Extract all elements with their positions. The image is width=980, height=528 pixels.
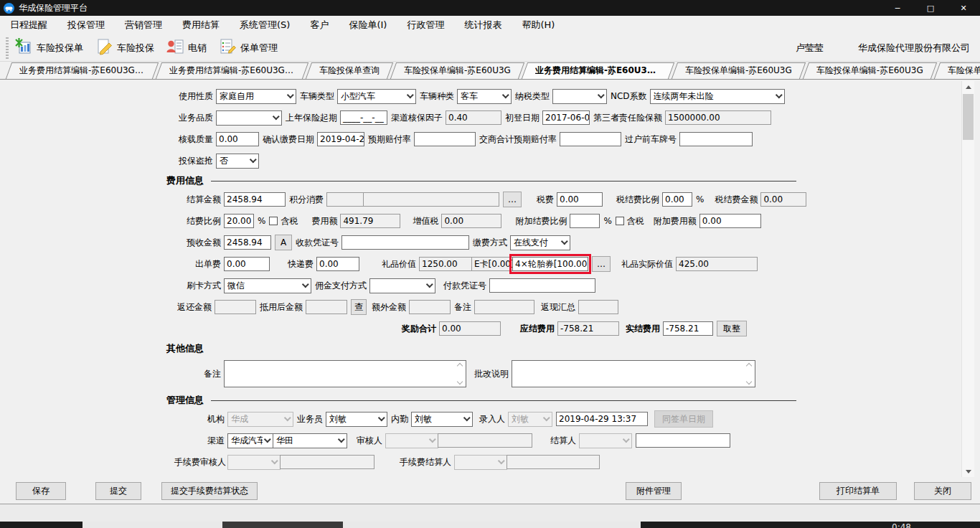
menu-item-3[interactable]: 营销管理 (115, 19, 172, 32)
last-year-policy-start-input[interactable]: ____-__-__ (340, 110, 387, 125)
field-label: 抵用后金额 (260, 301, 303, 314)
check-button[interactable]: 查 (351, 299, 367, 315)
menu-item-9[interactable]: 统计报表 (454, 19, 512, 32)
close-page-button[interactable]: 关闭 (914, 482, 971, 500)
fee-settler-select (454, 455, 507, 470)
gift-browse-button[interactable]: … (592, 256, 611, 272)
business-quality-select[interactable] (216, 110, 282, 126)
card-pay-method-select[interactable]: 微信 (224, 278, 311, 293)
total-expected-loss-ratio-input[interactable] (560, 132, 621, 146)
entry-person-select: 刘敏 (508, 412, 552, 427)
insure-edit-icon (95, 37, 113, 58)
settler-name-input[interactable] (636, 433, 730, 448)
other-info-section-title: 其他信息 (166, 342, 796, 355)
amount-a-button[interactable]: A (275, 235, 292, 250)
tab-5[interactable]: 业务费用结算编辑-苏E60U3G|L... (524, 62, 672, 79)
remark-textarea[interactable] (224, 360, 466, 387)
field-label: 税费 (537, 194, 554, 206)
field-label: 佣金支付方式 (315, 280, 367, 292)
menu-item-4[interactable]: 费用结算 (172, 19, 230, 32)
issue-fee-input[interactable]: 0.00 (224, 257, 270, 271)
scrollbar-thumb[interactable] (963, 94, 974, 140)
actual-fee-input[interactable]: -758.21 (663, 321, 713, 336)
maximize-button[interactable]: □ (914, 0, 947, 16)
channel-select-1[interactable]: 华成汽车销 (227, 433, 273, 448)
express-fee-input[interactable]: 0.00 (316, 257, 359, 271)
amendment-note-textarea[interactable] (512, 360, 755, 387)
confirm-payment-date-input[interactable]: 2019-04-29 (317, 132, 364, 146)
tool-2[interactable]: 车险投保 (95, 37, 154, 58)
menu-bar: 日程提醒投保管理营销管理费用结算系统管理(S)客户保险单(I)行政管理统计报表帮… (0, 16, 980, 34)
submit-fee-settle-status-button[interactable]: 提交手续费结算状态 (161, 482, 258, 500)
usage-nature-select[interactable]: 家庭自用 (216, 89, 296, 104)
round-button[interactable]: 取整 (717, 321, 747, 336)
combo-value: 家庭自用 (220, 90, 254, 103)
tool-3[interactable]: 电销 (166, 37, 207, 58)
tool-label: 车险投保单 (37, 42, 83, 55)
extra-fee-amount-input[interactable]: 0.00 (699, 214, 761, 228)
tab-4[interactable]: 车险投保单编辑-苏E60U3G (393, 62, 522, 79)
spinner-arrows-icon[interactable] (455, 362, 465, 386)
settlement-amount-input[interactable]: 2458.94 (224, 192, 286, 207)
points-browse-button[interactable]: … (503, 192, 522, 207)
tax-type-select[interactable] (552, 89, 607, 104)
menu-item-6[interactable]: 客户 (300, 19, 339, 32)
extra-settle-ratio-input[interactable] (570, 214, 600, 228)
vat-field: 0.00 (441, 214, 501, 228)
menu-item-8[interactable]: 行政管理 (397, 19, 454, 32)
tab-8[interactable]: 车险保单下载 (937, 62, 980, 79)
tool-4[interactable]: 保单管理 (218, 37, 278, 58)
tab-6[interactable]: 车险投保单编辑-苏E60U3G (674, 62, 803, 79)
form-row-6: 结算金额2458.94积分消费…税费0.00税结费比例0.00%税结费金额0.0… (182, 192, 980, 207)
tax-settle-ratio-input[interactable]: 0.00 (662, 192, 692, 207)
channel-select-2[interactable]: 华田 (273, 433, 347, 448)
scroll-up-button[interactable] (962, 81, 974, 93)
menu-item-7[interactable]: 保险单(I) (339, 19, 397, 32)
close-button[interactable]: ✕ (947, 0, 980, 16)
section-title: 管理信息 (166, 394, 204, 407)
tab-7[interactable]: 车险投保单编辑-苏E60U3G (806, 62, 934, 79)
menu-item-10[interactable]: 帮助(H) (512, 19, 565, 32)
spinner-arrows-icon[interactable] (744, 362, 754, 386)
ncd-factor-select[interactable]: 连续两年未出险 (650, 89, 785, 104)
print-settlement-button[interactable]: 打印结算单 (819, 482, 897, 500)
tab-3[interactable]: 车险投保单查询 (308, 62, 390, 79)
menu-item-5[interactable]: 系统管理(S) (230, 19, 300, 32)
scroll-down-button[interactable] (962, 466, 974, 477)
payment-method-select[interactable]: 在线支付 (510, 235, 570, 250)
minimize-button[interactable]: ─ (881, 0, 914, 16)
gift-items-field-2[interactable]: 4×轮胎券[100.00] (512, 257, 588, 271)
tax-included-checkbox-1[interactable]: 含税 (269, 215, 298, 227)
tax-fee-input[interactable]: 0.00 (557, 192, 603, 207)
commission-pay-method-select[interactable] (369, 278, 435, 293)
field-label: NCD系数 (611, 90, 647, 103)
tool-1[interactable]: 车险投保单 (14, 37, 83, 58)
tab-1[interactable]: 业务费用结算编辑-苏E60U3G|L... (9, 62, 156, 79)
first-register-date-input[interactable]: 2017-06-02 (542, 110, 590, 125)
receipt-voucher-input[interactable] (341, 235, 469, 250)
theft-insured-select[interactable]: 否 (216, 154, 259, 169)
precollect-amount-input[interactable]: 2458.94 (224, 235, 271, 250)
tax-included-checkbox-2[interactable]: 含税 (616, 215, 644, 227)
payment-voucher-input[interactable] (489, 278, 595, 293)
vehicle-type-select[interactable]: 小型汽车 (337, 89, 416, 104)
taskbar-window-strip (83, 522, 641, 528)
load-weight-input[interactable]: 0.00 (216, 132, 259, 146)
combo-value: 连续两年未出险 (654, 90, 714, 103)
submit-button[interactable]: 提交 (95, 482, 141, 500)
expected-loss-ratio-input[interactable] (414, 132, 476, 146)
save-button[interactable]: 保存 (16, 482, 66, 500)
attachment-manage-button[interactable]: 附件管理 (626, 482, 682, 500)
menu-item-2[interactable]: 投保管理 (57, 19, 115, 32)
office-staff-select[interactable]: 刘敏 (411, 412, 473, 427)
menu-item-1[interactable]: 日程提醒 (0, 19, 57, 32)
vehicle-kind-select[interactable]: 客车 (457, 89, 512, 104)
pre-transfer-plate-input[interactable] (679, 132, 753, 146)
field-label: 确认缴费日期 (263, 133, 314, 146)
salesman-select[interactable]: 刘敏 (326, 412, 387, 427)
settle-ratio-input[interactable]: 20.00 (224, 214, 254, 228)
checkbox-label: 含税 (627, 215, 644, 227)
field-label: 内勤 (391, 413, 408, 425)
tab-2[interactable]: 业务费用结算编辑-苏E60U3G|L... (159, 62, 306, 79)
scroll-down-icon (966, 470, 971, 473)
